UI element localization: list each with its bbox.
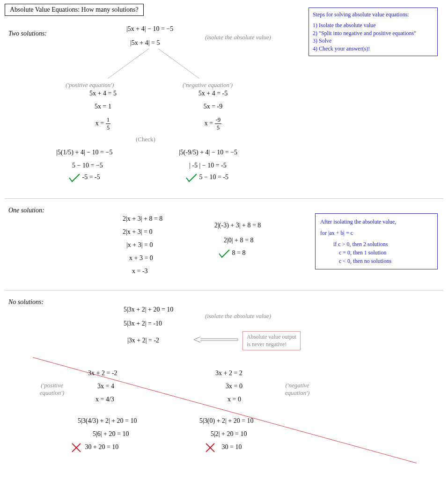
sec3-chk-neg1: 5|3(0) + 2| + 20 = 10	[199, 417, 254, 425]
sec3-pos1: 3x + 2 = -2	[88, 370, 117, 377]
sec3-chk-neg3: 30 = 10	[222, 443, 242, 450]
sec3-chk-pos3-row: 30 + 20 = 10	[71, 443, 118, 453]
branch-lines	[89, 48, 220, 81]
sec1-neg1: 5x + 4 = -5	[183, 90, 243, 97]
sec3-hint: (isolate the absolute value)	[205, 312, 271, 320]
sec3-eq1: 5|3x + 2| + 20 = 10	[124, 306, 173, 313]
page-title: Absolute Value Equations: How many solut…	[10, 6, 139, 13]
sec3-chk-neg3-row: 30 = 10	[205, 443, 242, 453]
sec1-chk-pos1: |5(1/5) + 4| − 10 = −5	[56, 149, 112, 156]
arrow-icon	[193, 335, 240, 346]
sec2-eq2: 2|x + 3| = 0	[123, 228, 152, 236]
check-icon	[68, 173, 81, 182]
steps-box: Steps for solving absolute value equatio…	[308, 7, 438, 56]
sec3-chk-pos3: 30 + 20 = 10	[85, 443, 119, 450]
sec2-chk2: 2|0| + 8 = 8	[224, 237, 253, 244]
svg-line-1	[158, 49, 199, 79]
sec1-chk-neg1: |5(-9/5) + 4| − 10 = −5	[179, 149, 237, 156]
sec1-neg3-pre: x =	[205, 120, 215, 127]
sec2-chk3-row: 8 = 8	[218, 249, 245, 258]
sec1-pos3-pre: x =	[95, 120, 106, 127]
sec2-eq1: 2|x + 3| + 8 = 8	[123, 215, 162, 223]
sec2-eq5: x = -3	[132, 268, 148, 275]
step-3: 3) Solve	[313, 37, 433, 45]
check-icon	[185, 173, 198, 182]
sec1-neg2: 5x = -9	[183, 103, 243, 110]
sec1-chk-pos3-row: -5 = -5	[68, 173, 100, 182]
sec1-eq2: |5x + 4| = 5	[130, 39, 160, 47]
rules-l3: if c > 0, then 2 solutions	[320, 240, 433, 248]
callout-l1: Absolute value output	[247, 334, 296, 341]
cross-icon	[71, 443, 81, 453]
two-solutions-label: Two solutions:	[8, 30, 47, 37]
sec1-neg3: x = -95	[183, 116, 243, 131]
divider-2	[5, 290, 443, 290]
sec3-pos2: 3x = 4	[97, 383, 114, 390]
step-2: 2) "Split into negative and positive equ…	[313, 29, 433, 37]
rules-l1: After isolating the absolute value,	[320, 218, 433, 226]
sec2-chk3: 8 = 8	[232, 249, 246, 256]
sec3-eq2: 5|3x + 2| = -10	[124, 320, 162, 327]
rules-l2: for |ax + b| = c	[320, 229, 433, 237]
step-4: 4) Check your answer(s)!	[313, 45, 433, 53]
sec2-eq4: x + 3 = 0	[129, 254, 153, 262]
sec1-chk-neg3-row: 5 − 10 = -5	[185, 173, 228, 182]
sec2-chk1: 2|(-3) + 3| + 8 = 8	[214, 222, 261, 229]
step-1: 1) Isolate the absolute value	[313, 22, 433, 29]
sec1-check-label: (Check)	[136, 136, 155, 143]
sec1-neg-label: ('negative equation')	[183, 81, 233, 89]
sec1-pos1: 5x + 4 = 5	[75, 90, 131, 97]
cross-icon	[205, 443, 215, 453]
sec1-eq1: |5x + 4| − 10 = −5	[126, 25, 173, 33]
sec3-eq3: |3x + 2| = -2	[127, 337, 159, 344]
one-solution-label: One solution:	[8, 207, 44, 214]
sec3-neg-label: ('negative equation')	[281, 382, 314, 397]
callout-l2: is never negative!	[247, 341, 296, 348]
sec3-neg1: 3x + 2 = 2	[215, 370, 242, 377]
sec2-eq3: |x + 3| = 0	[126, 241, 153, 249]
sec1-chk-neg3: 5 − 10 = -5	[199, 174, 228, 181]
sec3-chk-neg2: 5|2| + 20 = 10	[211, 430, 247, 438]
sec1-pos-label: ('positive equation')	[66, 81, 114, 89]
rules-box: After isolating the absolute value, for …	[315, 213, 438, 269]
sec1-pos3: x = 15	[75, 116, 131, 131]
svg-line-0	[108, 49, 149, 79]
page-title-box: Absolute Value Equations: How many solut…	[5, 4, 144, 16]
sec3-pos3: x = 4/3	[95, 396, 114, 403]
sec1-chk-neg2: | -5 | − 10 = -5	[189, 162, 227, 169]
no-solutions-label: No solutions:	[8, 298, 44, 306]
sec3-neg3: x = 0	[228, 396, 241, 403]
sec1-pos2: 5x = 1	[75, 103, 131, 110]
sec3-chk-pos2: 5|6| + 20 = 10	[93, 430, 129, 438]
sec1-chk-pos3: -5 = -5	[82, 174, 100, 181]
sec3-chk-pos1: 5|3(4/3) + 2| + 20 = 10	[78, 417, 137, 425]
callout-box: Absolute value output is never negative!	[242, 331, 301, 350]
sec1-chk-pos2: 5 − 10 = −5	[72, 162, 103, 169]
sec3-pos-label: ('positive equation')	[36, 382, 68, 397]
steps-heading: Steps for solving absolute value equatio…	[313, 11, 433, 19]
rules-l5: c < 0, then no solutions	[320, 257, 433, 265]
sec3-neg2: 3x = 0	[226, 383, 242, 390]
rules-l4: c = 0, then 1 solution	[320, 248, 433, 257]
divider-1	[5, 198, 443, 199]
sec1-hint: (isolate the absolute value)	[205, 34, 271, 41]
check-icon	[218, 249, 230, 258]
